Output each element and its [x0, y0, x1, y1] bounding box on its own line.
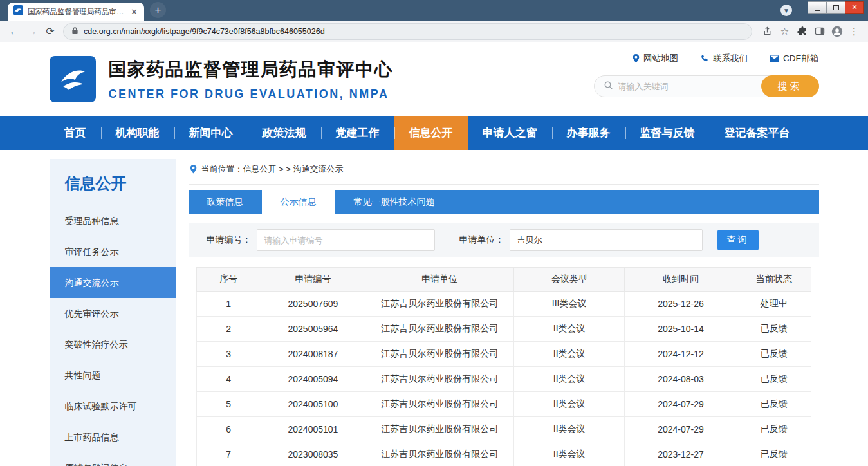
sitemap-link[interactable]: 网站地图 — [633, 53, 678, 64]
tab-close-icon[interactable]: ✕ — [129, 6, 139, 17]
sidebar-item[interactable]: 共性问题 — [50, 360, 176, 391]
sidebar-item[interactable]: 突破性治疗公示 — [50, 329, 176, 360]
table-row[interactable]: 1 2025007609 江苏吉贝尔药业股份有限公司 III类会议 2025-1… — [196, 292, 811, 317]
nav-item[interactable]: 党建工作 — [321, 116, 394, 150]
table-row[interactable]: 4 2024005094 江苏吉贝尔药业股份有限公司 II类会议 2024-08… — [196, 367, 811, 392]
table-row[interactable]: 5 2024005100 江苏吉贝尔药业股份有限公司 II类会议 2024-07… — [196, 392, 811, 417]
table-row[interactable]: 7 2023008035 江苏吉贝尔药业股份有限公司 II类会议 2023-12… — [196, 442, 811, 466]
cell-index: 1 — [196, 292, 261, 317]
share-icon[interactable] — [759, 23, 776, 40]
cell-meeting-type: III类会议 — [514, 292, 625, 317]
content-tab[interactable]: 政策信息 — [189, 190, 262, 214]
header-search-input[interactable] — [618, 82, 754, 91]
nav-item[interactable]: 登记备案平台 — [710, 116, 805, 150]
nav-item[interactable]: 办事服务 — [552, 116, 625, 150]
sidebar-item[interactable]: 审评任务公示 — [50, 236, 176, 267]
nav-item[interactable]: 新闻中心 — [174, 116, 248, 150]
sidebar-item[interactable]: 受理品种信息 — [50, 205, 176, 236]
cell-applicant: 江苏吉贝尔药业股份有限公司 — [365, 392, 514, 417]
cell-meeting-type: II类会议 — [514, 342, 625, 367]
cell-received-date: 2024-07-29 — [625, 392, 737, 417]
cell-application-no: 2023008035 — [261, 442, 365, 466]
results-table-wrap: 序号申请编号申请单位会议类型收到时间当前状态 1 2025007609 江苏吉贝… — [196, 267, 811, 466]
restore-icon — [833, 5, 839, 10]
cell-index: 2 — [196, 317, 261, 342]
cell-received-date: 2023-12-27 — [625, 442, 737, 466]
contact-link[interactable]: 联系我们 — [700, 53, 748, 64]
cell-index: 5 — [196, 392, 261, 417]
window-minimize-button[interactable] — [808, 1, 827, 14]
sidebar-item[interactable]: 临床试验默示许可 — [50, 391, 176, 422]
main-nav: 首页 机构职能 新闻中心 政策法规 党建工作 信息公开 申请人之窗 办事服务 监… — [0, 116, 868, 150]
nav-item[interactable]: 机构职能 — [101, 116, 174, 150]
cell-received-date: 2025-10-14 — [625, 317, 737, 342]
window-close-button[interactable]: ✕ — [845, 1, 864, 14]
cell-application-no: 2024008187 — [261, 342, 365, 367]
breadcrumb-text: 当前位置：信息公开 > > 沟通交流公示 — [201, 163, 344, 175]
envelope-icon — [770, 55, 779, 62]
nav-item[interactable]: 首页 — [50, 116, 101, 150]
cell-received-date: 2025-12-26 — [625, 292, 737, 317]
table-row[interactable]: 6 2024005101 江苏吉贝尔药业股份有限公司 II类会议 2024-07… — [196, 417, 811, 442]
sidebar-item[interactable]: 上市药品信息 — [50, 422, 176, 452]
site-title: 国家药品监督管理局药品审评中心 — [109, 57, 394, 82]
tab-title: 国家药品监督管理局药品审评中心 — [28, 7, 125, 17]
sidebar-item[interactable]: 优先审评公示 — [50, 298, 176, 329]
content-tab[interactable]: 公示信息 — [262, 190, 335, 214]
nav-item[interactable]: 信息公开 — [394, 116, 468, 150]
table-header-cell: 序号 — [196, 268, 261, 292]
new-tab-button[interactable]: + — [150, 2, 166, 18]
extensions-puzzle-icon[interactable] — [793, 23, 811, 40]
sidebar-item[interactable]: 原辅包登记信息 — [50, 452, 176, 466]
application-no-input[interactable] — [257, 229, 435, 251]
cell-index: 3 — [196, 342, 261, 367]
tab-search-chevron-icon[interactable]: ▼ — [780, 5, 792, 16]
nav-item[interactable]: 政策法规 — [248, 116, 321, 150]
content-tab[interactable]: 常见一般性技术问题 — [335, 190, 454, 214]
side-panel-icon[interactable] — [811, 23, 828, 40]
cell-applicant: 江苏吉贝尔药业股份有限公司 — [365, 292, 514, 317]
cell-received-date: 2024-07-29 — [625, 417, 737, 442]
cell-meeting-type: II类会议 — [514, 442, 625, 466]
close-icon: ✕ — [851, 4, 857, 11]
results-table: 序号申请编号申请单位会议类型收到时间当前状态 1 2025007609 江苏吉贝… — [196, 267, 811, 466]
sidebar: 信息公开 受理品种信息 审评任务公示 沟通交流公示 优先审评公示 突破性治疗公示… — [50, 159, 176, 466]
bookmark-star-icon[interactable]: ☆ — [776, 23, 793, 40]
address-bar[interactable]: cde.org.cn/main/xxgk/listpage/9f9c74c73e… — [63, 23, 752, 40]
query-button[interactable]: 查询 — [717, 230, 759, 250]
profile-avatar[interactable] — [828, 23, 845, 40]
table-row[interactable]: 3 2024008187 江苏吉贝尔药业股份有限公司 II类会议 2024-12… — [196, 342, 811, 367]
header-quick-links: 网站地图 联系我们 CDE邮箱 — [594, 53, 819, 64]
sidebar-items: 受理品种信息 审评任务公示 沟通交流公示 优先审评公示 突破性治疗公示 共性问题… — [50, 205, 176, 466]
table-row[interactable]: 2 2025005964 江苏吉贝尔药业股份有限公司 II类会议 2025-10… — [196, 317, 811, 342]
cell-meeting-type: II类会议 — [514, 317, 625, 342]
table-header-cell: 申请编号 — [261, 268, 365, 292]
window-restore-button[interactable] — [826, 1, 845, 14]
cell-applicant: 江苏吉贝尔药业股份有限公司 — [365, 367, 514, 392]
nav-item[interactable]: 申请人之窗 — [468, 116, 552, 150]
cell-application-no: 2024005100 — [261, 392, 365, 417]
sidebar-item[interactable]: 沟通交流公示 — [50, 267, 176, 298]
table-body: 1 2025007609 江苏吉贝尔药业股份有限公司 III类会议 2025-1… — [196, 292, 811, 466]
header-search-button[interactable]: 搜索 — [761, 75, 819, 97]
applicant-input[interactable] — [510, 229, 703, 251]
forward-icon[interactable]: → — [23, 23, 41, 41]
menu-dots-icon[interactable]: ⋮ — [845, 23, 863, 40]
nav-item[interactable]: 监督与反馈 — [625, 116, 710, 150]
browser-tab[interactable]: 国家药品监督管理局药品审评中心 ✕ — [8, 3, 144, 21]
content-tabs: 政策信息 公示信息 常见一般性技术问题 — [189, 190, 819, 214]
location-pin-icon — [633, 54, 640, 63]
table-header-row: 序号申请编号申请单位会议类型收到时间当前状态 — [196, 268, 811, 292]
refresh-icon[interactable]: ⟳ — [41, 23, 59, 41]
cell-status: 处理中 — [737, 292, 811, 317]
phone-icon — [700, 54, 709, 63]
cell-index: 6 — [196, 417, 261, 442]
back-icon[interactable]: ← — [5, 23, 23, 41]
cell-applicant: 江苏吉贝尔药业股份有限公司 — [365, 417, 514, 442]
main-content: 当前位置：信息公开 > > 沟通交流公示 政策信息 公示信息 常见一般性技术问题… — [176, 159, 819, 466]
cell-application-no: 2024005094 — [261, 367, 365, 392]
cell-received-date: 2024-08-03 — [625, 367, 737, 392]
cell-meeting-type: II类会议 — [514, 392, 625, 417]
mailbox-link[interactable]: CDE邮箱 — [770, 53, 819, 64]
cell-received-date: 2024-12-12 — [625, 342, 737, 367]
